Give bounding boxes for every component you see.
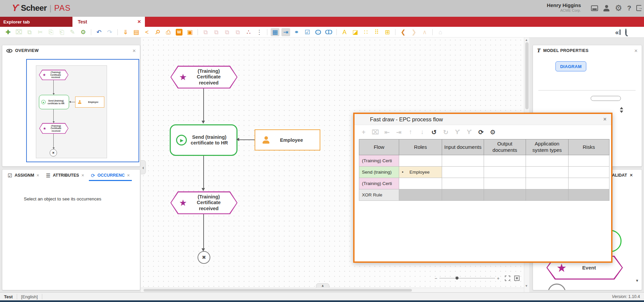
property-input[interactable] (591, 96, 621, 101)
diagram-type-button[interactable]: DIAGRAM (555, 61, 586, 71)
tab-validation[interactable]: VALIDAT × (609, 172, 633, 178)
zoom-out-button[interactable]: − (435, 276, 437, 281)
palette-rule-shape[interactable] (548, 284, 566, 290)
empty-cell[interactable] (484, 178, 526, 189)
flow-cell[interactable]: Send (training) (359, 167, 399, 178)
undo-icon[interactable]: ↶ (95, 28, 103, 36)
report-icon[interactable]: ▤ (132, 28, 141, 36)
palette-scroll-down-icon[interactable]: ▼ (635, 279, 639, 283)
flow-cell[interactable]: XOR Rule (359, 189, 399, 201)
grid-icon[interactable]: ▦ (271, 28, 279, 36)
empty-cell[interactable] (569, 189, 609, 201)
logout-icon[interactable] (636, 4, 641, 12)
compare-icon[interactable]: ↀ (324, 28, 333, 36)
search-icon[interactable] (625, 29, 627, 35)
empty-cell[interactable] (569, 178, 609, 189)
print-icon[interactable]: ⎙ (164, 28, 173, 36)
empty-cell[interactable] (484, 155, 526, 167)
fastdraw-undo-icon[interactable]: ↺ (430, 128, 438, 136)
canvas-horizontal-scrollbar[interactable] (141, 288, 524, 292)
new-model-icon[interactable]: ✚ (4, 28, 12, 36)
event-node-certificate-received-bottom[interactable]: ★ (Training) Certificate received (170, 191, 237, 214)
scroll-down-icon[interactable]: ▼ (525, 284, 528, 288)
empty-cell[interactable] (442, 189, 484, 201)
horizontal-scroll-thumb[interactable] (144, 289, 412, 292)
nav-back-icon[interactable]: ❮ (399, 28, 408, 36)
empty-cell[interactable] (569, 155, 609, 167)
roles-cell[interactable] (399, 155, 442, 167)
tab-close-icon[interactable]: × (82, 173, 84, 178)
flow-cell[interactable]: (Training) Certi (359, 155, 399, 167)
image-export-icon[interactable]: ▣ (185, 28, 194, 36)
roles-cell[interactable]: •Employee (399, 167, 442, 178)
empty-cell[interactable] (442, 167, 484, 178)
status-language[interactable]: [English] (21, 294, 38, 299)
tab-close-icon[interactable]: × (138, 18, 141, 25)
fit-to-screen-icon[interactable] (514, 276, 520, 281)
zoom-slider-handle[interactable] (455, 277, 459, 280)
fast-draw-close-icon[interactable]: × (603, 116, 606, 122)
empty-cell[interactable] (526, 167, 569, 178)
align-grid-icon[interactable]: ⠿ (372, 28, 381, 36)
find-icon[interactable]: ⚭ (292, 28, 301, 36)
flow-cell[interactable]: (Training) Certi (359, 178, 399, 189)
inbox-tray-icon[interactable] (591, 4, 598, 12)
tab-attributes[interactable]: ☰ ATTRIBUTES × (43, 170, 88, 181)
fullscreen-icon[interactable] (505, 276, 510, 281)
empty-cell[interactable] (569, 167, 609, 178)
comments-icon[interactable]: ··· (314, 28, 322, 36)
empty-cell[interactable] (526, 155, 569, 167)
empty-cell[interactable] (484, 167, 526, 178)
model-properties-close-icon[interactable]: × (634, 48, 638, 54)
roles-cell[interactable] (399, 178, 442, 189)
overview-close-icon[interactable]: × (132, 48, 136, 54)
table-icon[interactable]: ⊞ (383, 28, 392, 36)
fastdraw-refresh-icon[interactable]: ⟳ (477, 128, 485, 136)
share-icon[interactable]: < (143, 28, 151, 36)
collapse-panel-icon[interactable]: « (615, 29, 621, 35)
zoom-in-button[interactable]: + (497, 276, 500, 281)
pin-icon[interactable]: ⚲ (152, 26, 163, 38)
explorer-tab[interactable]: Explorer tab (0, 17, 72, 27)
tab-occurrences[interactable]: ⟳ OCCURRENC × (88, 170, 133, 181)
settings-gear-icon[interactable]: ⚙ (615, 4, 622, 12)
event-node-certificate-received-top[interactable]: ★ (Training) Certificate received (170, 66, 237, 88)
tab-close-icon[interactable]: × (127, 173, 130, 178)
snap-icon[interactable]: ⇥ (281, 28, 290, 36)
word-export-icon[interactable]: W (176, 29, 182, 36)
collapse-left-dock-handle[interactable]: ‹ (141, 160, 146, 174)
empty-cell[interactable] (526, 178, 569, 189)
font-color-icon[interactable]: A (340, 28, 349, 36)
import-icon[interactable]: ⇓ (121, 28, 130, 36)
empty-cell[interactable] (484, 189, 526, 201)
end-event-node[interactable]: ✖ (198, 251, 210, 264)
roles-cell[interactable] (399, 189, 442, 201)
empty-cell[interactable] (442, 155, 484, 167)
image-icon[interactable]: ◪ (351, 28, 360, 36)
user-block[interactable]: Henry Higgins ACME Corp. (547, 2, 581, 12)
fastdraw-settings-icon[interactable]: ⚙ (488, 128, 497, 136)
function-node-send-certificate[interactable]: ▶ Send (training) certificate to HR (170, 124, 237, 156)
tab-test[interactable]: Test × (72, 17, 145, 27)
more-options-icon[interactable]: ⋮ (255, 28, 264, 36)
tab-close-icon[interactable]: × (37, 173, 39, 178)
scroll-up-icon[interactable]: ▲ (525, 38, 528, 42)
help-icon[interactable]: ? (627, 4, 631, 12)
empty-cell[interactable] (442, 178, 484, 189)
select-check-icon[interactable]: ☑ (303, 28, 312, 36)
empty-cell[interactable] (526, 189, 569, 201)
role-node-employee[interactable]: Employee (255, 129, 320, 150)
tab-assignments[interactable]: ☑ ASSIGNM × (4, 170, 43, 181)
expand-bottom-panel-handle[interactable]: ∧ (316, 283, 329, 288)
status-model-name[interactable]: Test (4, 294, 13, 299)
hierarchy-icon[interactable]: ∴ (244, 28, 253, 36)
minimap-viewport[interactable]: ★ (Training) Certificate received ▶ Send… (26, 59, 139, 162)
spinner-updown-icon[interactable] (620, 106, 624, 114)
tab-close-icon[interactable]: × (630, 172, 633, 178)
align-small-icon[interactable]: ∷ (362, 28, 370, 36)
zoom-slider[interactable] (439, 278, 495, 279)
settings-icon[interactable]: ⚙ (79, 28, 88, 36)
fast-draw-dialog-header[interactable]: Fast draw - EPC process flow × (355, 114, 611, 125)
vertical-scroll-thumb[interactable] (525, 42, 529, 109)
user-profile-icon[interactable] (603, 4, 610, 12)
